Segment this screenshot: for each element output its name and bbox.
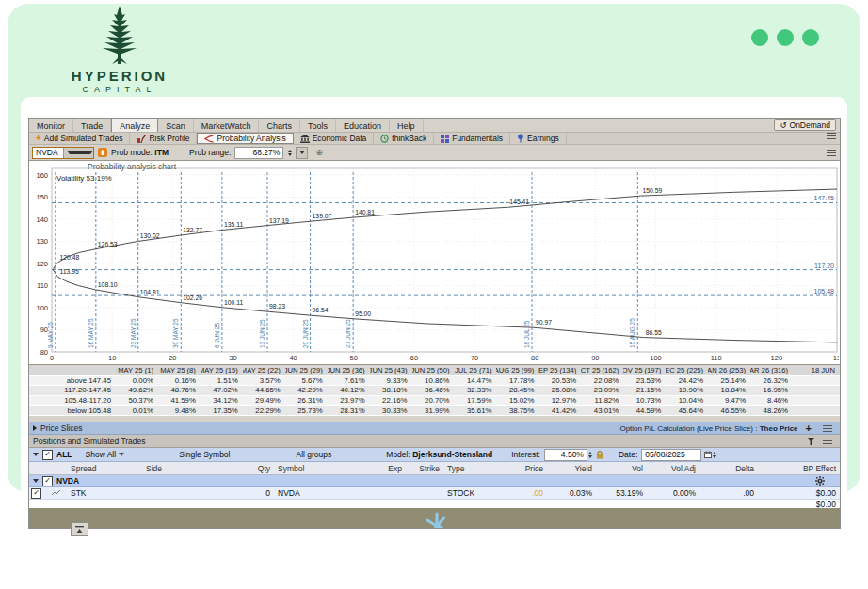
prob-row-label: 117.20-147.45 (29, 386, 116, 396)
tab-marketwatch[interactable]: MarketWatch (194, 119, 260, 132)
toolbar-button-economic-data[interactable]: Economic Data (294, 133, 375, 144)
price-slices-bar[interactable]: Price Slices Option P/L Calculation (Liv… (29, 422, 840, 435)
prob-column-header: 18 JUL 25 (71) (455, 366, 497, 376)
toolbar-button-probability-analysis[interactable]: Probability Analysis (197, 133, 293, 144)
tab-scan[interactable]: Scan (158, 119, 194, 132)
shares-badge-icon[interactable]: ▮ (98, 148, 107, 157)
column-header-bp-effect[interactable]: BP Effect (758, 464, 840, 473)
date-input[interactable]: 05/08/2025 (641, 449, 701, 461)
column-header-type[interactable]: Type (443, 464, 495, 473)
model-dropdown[interactable]: Model: Bjerksund-Stensland (386, 450, 492, 459)
svg-text:30: 30 (229, 354, 236, 362)
prob-column-header: 16 MAY 25 (8) (158, 366, 201, 376)
symbol-dropdown-button[interactable] (63, 148, 94, 158)
column-header-yield[interactable]: Yield (547, 464, 596, 473)
svg-text:145.41: 145.41 (509, 199, 529, 205)
positions-menu-icon[interactable] (823, 438, 832, 444)
date-spinner[interactable] (713, 452, 716, 458)
column-header-spread[interactable]: Spread (67, 464, 142, 473)
gear-icon[interactable] (815, 476, 825, 486)
restore-panel-button[interactable] (71, 522, 88, 536)
tab-charts[interactable]: Charts (259, 119, 300, 132)
toolbar-button-add-simulated-trades[interactable]: +Add Simulated Trades (29, 133, 130, 144)
show-all-dropdown[interactable]: Show All (86, 450, 117, 459)
probability-analysis-chart[interactable]: 9 MAY 2516 MAY 2523 MAY 2530 MAY 256 JUN… (31, 161, 839, 362)
tab-tools[interactable]: Tools (300, 119, 336, 132)
calendar-icon[interactable] (704, 451, 712, 458)
tab-monitor[interactable]: Monitor (29, 119, 73, 132)
svg-text:130: 130 (36, 237, 48, 246)
toolbar-button-thinkback[interactable]: thinkBack (374, 133, 434, 144)
filter-funnel-icon[interactable] (807, 438, 815, 445)
toolbar-menu-icon[interactable] (827, 133, 836, 139)
prob-cell: 26.32% (750, 376, 793, 387)
prob-cell: 16.95% (750, 386, 793, 396)
expand-arrow-icon[interactable] (33, 425, 37, 431)
toolbar-button-fundamentals[interactable]: Fundamentals (434, 133, 510, 144)
prob-cell: 31.99% (412, 406, 455, 416)
position-group-row[interactable]: ✓ NVDA (29, 475, 840, 487)
cell-vol: 53.19% (596, 488, 647, 498)
ondemand-button[interactable]: ↺ OnDemand (774, 119, 836, 131)
prob-column-header: 30 MAY 25 (22) (243, 366, 285, 376)
symbolbar-menu-icon[interactable] (827, 150, 836, 156)
positions-filter-row: ✓ ALL Show All Single Symbol All groups … (29, 448, 840, 462)
collapse-icon[interactable] (33, 453, 39, 456)
add-price-slice-button[interactable]: + (806, 422, 812, 434)
cell-bp-effect: $0.00 (758, 488, 840, 498)
prob-cell: 43.01% (581, 406, 623, 416)
collapse-icon[interactable] (33, 479, 39, 483)
brand-subtitle: CAPITAL (58, 85, 181, 94)
interest-input[interactable]: 4.50% (544, 449, 587, 461)
price-slices-menu-icon[interactable] (823, 425, 832, 432)
svg-text:139.07: 139.07 (313, 213, 332, 219)
column-header-vol[interactable]: Vol (596, 464, 647, 473)
all-groups-dropdown[interactable]: All groups (296, 450, 331, 459)
probability-chart-panel[interactable]: Probability analysis chart 9 MAY 2516 MA… (29, 161, 840, 365)
tab-analyze[interactable]: Analyze (111, 119, 158, 132)
toolbar-button-risk-profile[interactable]: Risk Profile (130, 133, 197, 144)
positions-header-bar[interactable]: Positions and Simulated Trades (29, 435, 840, 448)
column-header-symbol[interactable]: Symbol (274, 464, 349, 473)
sparkline-icon[interactable] (48, 490, 67, 496)
green-dot (751, 29, 768, 46)
prob-mode-value[interactable]: ITM (154, 148, 169, 157)
svg-text:13 JUN 25: 13 JUN 25 (259, 319, 265, 348)
svg-text:90.97: 90.97 (536, 319, 552, 326)
crosshair-icon[interactable]: ⊕ (315, 148, 323, 157)
position-row[interactable]: ✓ STK 0 NVDA STOCK .00 0.03% 53.19% 0.00… (29, 487, 840, 500)
prob-range-spinner[interactable] (288, 150, 292, 156)
cell-qty[interactable]: 0 (217, 488, 274, 498)
prob-cell: 8.46% (750, 396, 793, 406)
column-header-strike[interactable]: Strike (406, 464, 443, 473)
toolbar-button-earnings[interactable]: Earnings (510, 133, 567, 144)
toolbar-button-label: Add Simulated Trades (44, 134, 123, 143)
column-header-vol-adj[interactable]: Vol Adj (647, 464, 699, 473)
prob-cell: 38.18% (370, 386, 412, 396)
prob-cell: 36.46% (412, 386, 455, 396)
prob-range-dropdown-button[interactable] (296, 147, 308, 159)
column-header-price[interactable]: Price (495, 464, 547, 473)
symbol-input[interactable]: NVDA (32, 147, 94, 159)
column-header-delta[interactable]: Delta (699, 464, 758, 473)
column-header-qty[interactable]: Qty (217, 464, 274, 473)
group-checkbox[interactable]: ✓ (42, 476, 53, 486)
tab-education[interactable]: Education (336, 119, 390, 132)
column-header-side[interactable]: Side (142, 464, 217, 473)
toolbar-spacer (567, 133, 823, 144)
cell-symbol: NVDA (274, 488, 349, 498)
lock-icon[interactable] (596, 451, 603, 459)
cell-price[interactable]: .00 (495, 488, 547, 498)
column-header-exp[interactable]: Exp (349, 464, 406, 473)
interest-spinner[interactable] (588, 452, 592, 458)
tab-trade[interactable]: Trade (73, 119, 111, 132)
single-symbol-dropdown[interactable]: Single Symbol (179, 450, 230, 459)
all-checkbox[interactable]: ✓ (42, 450, 53, 460)
row-checkbox[interactable]: ✓ (31, 488, 41, 499)
pl-calc-value[interactable]: Theo Price (760, 424, 798, 433)
svg-text:80: 80 (40, 348, 48, 357)
tab-help[interactable]: Help (390, 119, 424, 132)
prob-range-input[interactable]: 68.27% (234, 147, 283, 159)
svg-text:15 AUG 25: 15 AUG 25 (629, 318, 635, 348)
prob-cell: 22.16% (370, 396, 412, 406)
